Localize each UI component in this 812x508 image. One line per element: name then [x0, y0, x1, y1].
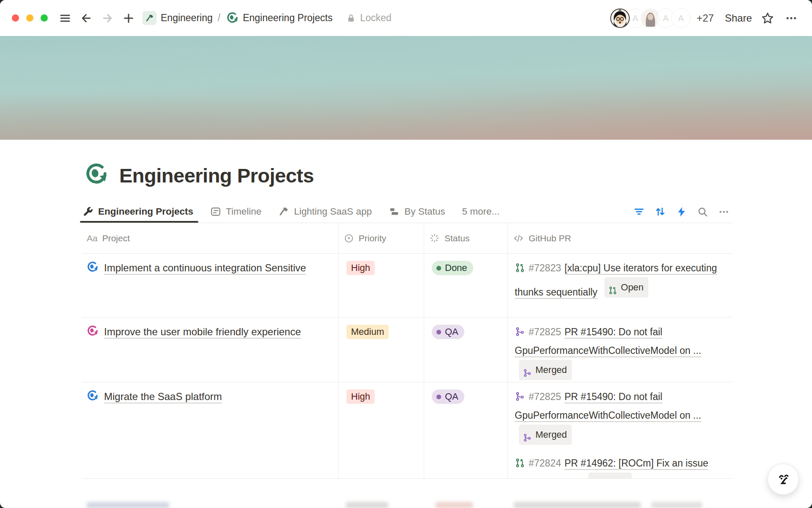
minimize-window-button[interactable] — [26, 14, 33, 22]
page-cycle-icon — [85, 163, 108, 186]
page-cover[interactable] — [0, 36, 812, 140]
status-dot — [436, 395, 441, 399]
automation-button[interactable] — [672, 203, 690, 221]
git-merge-icon — [515, 389, 525, 400]
avatar[interactable] — [610, 8, 630, 28]
project-cycle-icon — [87, 389, 99, 401]
breadcrumb-item-engineering-projects[interactable]: Engineering Projects — [224, 10, 335, 26]
project-title-link[interactable]: Implement a continuous integration Sensi… — [104, 262, 306, 273]
ai-assistant-button[interactable] — [768, 464, 799, 495]
column-label: Priority — [359, 233, 386, 243]
projects-table: Aa Project Priority Status GitHub PR — [82, 223, 732, 479]
pr-state-label: Merged — [535, 361, 567, 379]
breadcrumb-label: Engineering — [161, 12, 213, 24]
code-property-icon — [513, 233, 524, 244]
git-merge-icon — [515, 324, 525, 335]
board-icon — [389, 206, 400, 217]
page-cycle-icon — [226, 12, 239, 24]
status-label: Done — [445, 262, 467, 273]
lock-icon — [346, 13, 356, 23]
status-badge[interactable]: QA — [432, 325, 464, 339]
status-label: QA — [445, 391, 458, 402]
tab-label: Lighting SaaS app — [294, 206, 372, 217]
pr-state-badge[interactable]: Open — [604, 277, 648, 298]
table-row: Implement a continuous integration Sensi… — [82, 253, 732, 317]
view-tab-more-views[interactable]: 5 more... — [461, 201, 500, 223]
forward-button[interactable] — [99, 10, 115, 26]
select-property-icon — [344, 233, 354, 243]
arrow-left-icon — [80, 12, 93, 25]
project-title-link[interactable]: Migrate the SaaS platform — [104, 391, 222, 402]
notion-window: Engineering / Engineering Projects Locke… — [0, 0, 812, 508]
search-button[interactable] — [694, 203, 711, 221]
collaborator-avatars: A A A — [610, 8, 691, 28]
avatar-initial: A — [663, 13, 669, 23]
plus-icon — [122, 12, 135, 25]
column-label: GitHub PR — [529, 233, 571, 243]
view-tab-lighting-saas-app[interactable]: Lighting SaaS app — [277, 201, 373, 223]
hammer-icon — [143, 11, 156, 25]
tab-label: Timeline — [226, 206, 261, 217]
hammer-icon — [278, 206, 289, 217]
git-merge-icon — [523, 430, 532, 439]
close-window-button[interactable] — [12, 14, 19, 22]
project-title-link[interactable]: Improve the user mobile friendly experie… — [104, 326, 301, 337]
window-controls — [12, 14, 48, 22]
view-options-button[interactable] — [715, 203, 732, 221]
view-tab-by-status[interactable]: By Status — [388, 201, 446, 223]
pr-number: #72825 — [529, 391, 561, 402]
github-pr-item[interactable]: #72825PR #15490: Do not fail GpuPerforma… — [515, 323, 728, 382]
github-pr-item[interactable]: #72825PR #15490: Do not fail GpuPerforma… — [515, 387, 728, 449]
status-badge[interactable]: Done — [432, 261, 473, 275]
more-options-button[interactable] — [783, 10, 799, 26]
back-button[interactable] — [78, 10, 94, 26]
ai-face-icon — [774, 470, 792, 488]
lightning-icon — [676, 206, 687, 218]
share-button[interactable]: Share — [725, 12, 752, 24]
status-dot — [436, 266, 441, 271]
favorite-button[interactable] — [760, 10, 776, 26]
filter-icon — [633, 206, 645, 218]
window-toolbar: Engineering / Engineering Projects Locke… — [0, 0, 812, 36]
view-tab-timeline[interactable]: Timeline — [209, 201, 262, 223]
priority-badge[interactable]: High — [346, 261, 375, 275]
github-pr-item[interactable]: #72824PR #14962: [ROCm] Fix an issue wit… — [515, 454, 728, 479]
column-label: Status — [444, 233, 470, 243]
pr-state-badge[interactable]: Merged — [519, 425, 572, 445]
view-tab-engineering-projects[interactable]: Engineering Projects — [82, 201, 194, 223]
column-header-status[interactable]: Status — [424, 223, 508, 253]
text-property-icon: Aa — [87, 233, 98, 243]
avatar[interactable]: A — [671, 8, 691, 28]
pull-request-icon — [592, 478, 601, 479]
zoom-window-button[interactable] — [41, 14, 48, 22]
pull-request-icon — [608, 283, 617, 292]
timeline-icon — [210, 206, 221, 217]
pr-state-badge[interactable]: Open — [588, 472, 632, 479]
github-pr-item[interactable]: #72823[xla:cpu] Use iterators for execut… — [515, 259, 728, 301]
ellipsis-icon — [785, 12, 798, 25]
status-label: QA — [445, 326, 458, 337]
sort-icon — [654, 206, 666, 218]
breadcrumb-item-engineering[interactable]: Engineering / — [140, 9, 224, 27]
locked-indicator[interactable]: Locked — [346, 12, 391, 24]
column-header-project[interactable]: Aa Project — [82, 223, 338, 253]
sort-button[interactable] — [651, 203, 669, 221]
table-row: Improve the user mobile friendly experie… — [82, 317, 732, 382]
pr-state-label: Open — [605, 473, 628, 479]
more-collaborators-count[interactable]: +27 — [697, 12, 714, 24]
column-header-github-pr[interactable]: GitHub PR — [508, 223, 732, 253]
filter-button[interactable] — [630, 203, 648, 221]
status-badge[interactable]: QA — [432, 389, 464, 404]
sidebar-toggle-button[interactable] — [57, 10, 73, 26]
page-title: Engineering Projects — [119, 164, 314, 187]
view-toolbar — [630, 203, 732, 221]
new-page-button[interactable] — [121, 10, 137, 26]
pr-state-badge[interactable]: Merged — [519, 360, 572, 380]
priority-badge[interactable]: Medium — [346, 325, 389, 339]
page-icon[interactable] — [85, 163, 108, 188]
priority-badge[interactable]: High — [346, 389, 375, 404]
column-header-priority[interactable]: Priority — [338, 223, 424, 253]
arrow-right-icon — [101, 12, 114, 25]
pr-number: #72824 — [529, 458, 561, 469]
project-cycle-icon — [87, 324, 99, 336]
